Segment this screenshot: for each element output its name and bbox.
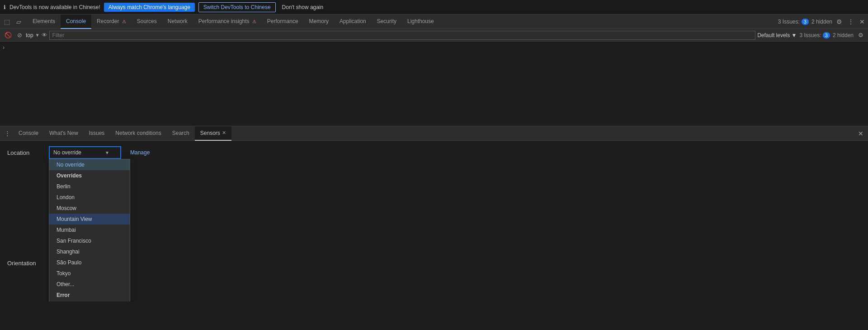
dropdown-item-mumbai[interactable]: Mumbai: [49, 225, 130, 235]
filter-button[interactable]: ⊘: [15, 31, 24, 39]
close-drawer-button[interactable]: ✕: [855, 129, 866, 139]
tab-network[interactable]: Network: [162, 14, 193, 29]
dropdown-item-sao-paulo[interactable]: São Paulo: [49, 257, 130, 268]
drawer-tab-search[interactable]: Search: [167, 126, 195, 141]
drawer-menu-icon[interactable]: ⋮: [2, 129, 13, 138]
drawer-tab-network-conditions[interactable]: Network conditions: [110, 126, 166, 141]
drawer-tab-console[interactable]: Console: [13, 126, 44, 141]
hidden-count: 2 hidden: [811, 19, 832, 25]
sensors-panel: Location No override ▼ No override Overr…: [0, 141, 868, 301]
bottom-drawer: ⋮ Console What's New Issues Network cond…: [0, 126, 868, 301]
tab-security[interactable]: Security: [372, 14, 402, 29]
dropdown-item-london[interactable]: London: [49, 192, 130, 203]
clear-console-button[interactable]: 🚫: [3, 31, 14, 39]
dropdown-overrides-header: Overrides: [49, 170, 130, 181]
dropdown-item-other[interactable]: Other...: [49, 279, 130, 290]
drawer-tab-whats-new[interactable]: What's New: [44, 126, 84, 141]
tab-lighthouse[interactable]: Lighthouse: [402, 14, 439, 29]
dropdown-item-berlin[interactable]: Berlin: [49, 181, 130, 192]
dropdown-item-mountain-view[interactable]: Mountain View: [49, 214, 130, 225]
dropdown-arrow-icon: ▼: [105, 150, 109, 155]
tab-sources[interactable]: Sources: [132, 14, 162, 29]
dropdown-error-header: Error: [49, 290, 130, 301]
notification-icon: ℹ: [4, 4, 6, 10]
issues-area: 3 Issues: 3: [778, 19, 809, 25]
tab-memory[interactable]: Memory: [304, 14, 334, 29]
dropdown-item-moscow[interactable]: Moscow: [49, 203, 130, 214]
switch-devtools-button[interactable]: Switch DevTools to Chinese: [198, 2, 276, 12]
more-tabs-button[interactable]: ⋮: [846, 17, 855, 27]
location-select-container: No override ▼ No override Overrides Berl…: [49, 146, 121, 159]
issues-count-display: 3 Issues: 3: [799, 32, 830, 38]
hidden-display: 2 hidden: [833, 32, 854, 38]
dropdown-item-san-francisco[interactable]: San Francisco: [49, 235, 130, 246]
tab-right-area: 3 Issues: 3 2 hidden ⚙ ⋮ ✕: [778, 17, 866, 27]
drawer-tab-sensors[interactable]: Sensors ✕: [195, 126, 231, 141]
manage-button[interactable]: Manage: [127, 148, 153, 158]
top-label: top: [26, 32, 33, 38]
main-tab-bar: ⬚ ▱ Elements Console Recorder ⚠ Sources …: [0, 14, 868, 29]
dropdown-item-no-override[interactable]: No override: [49, 159, 130, 170]
expand-console-button[interactable]: ›: [1, 43, 6, 53]
notification-bar: ℹ DevTools is now available in Chinese! …: [0, 0, 868, 14]
drawer-tab-issues[interactable]: Issues: [84, 126, 110, 141]
location-label: Location: [7, 149, 43, 156]
tab-recorder[interactable]: Recorder ⚠: [91, 14, 132, 29]
location-select-button[interactable]: No override ▼: [49, 146, 121, 159]
location-row: Location No override ▼ No override Overr…: [7, 146, 861, 159]
default-levels-button[interactable]: Default levels ▼: [757, 32, 797, 38]
tab-bar-icons: ⬚ ▱: [2, 17, 24, 27]
dropdown-item-tokyo[interactable]: Tokyo: [49, 268, 130, 279]
notification-text: DevTools is now available in Chinese!: [9, 4, 100, 10]
eye-icon: 👁: [42, 32, 47, 38]
device-toolbar-icon[interactable]: ▱: [14, 17, 24, 27]
tab-performance[interactable]: Performance: [262, 14, 304, 29]
top-arrow: ▼: [35, 33, 40, 38]
dropdown-item-location-unavailable[interactable]: Location unavailable: [49, 301, 130, 301]
dropdown-item-shanghai[interactable]: Shanghai: [49, 246, 130, 257]
orientation-row: Orientation: [7, 231, 861, 295]
inspect-icon[interactable]: ⬚: [2, 17, 12, 27]
issues-badge: 3: [802, 19, 809, 25]
console-toolbar: 🚫 ⊘ top ▼ 👁 Default levels ▼ 3 Issues: 3…: [0, 29, 868, 42]
always-match-button[interactable]: Always match Chrome's language: [104, 3, 195, 12]
console-settings-button[interactable]: ⚙: [856, 31, 865, 39]
location-value: No override: [53, 149, 81, 156]
tab-application[interactable]: Application: [334, 14, 372, 29]
tab-console[interactable]: Console: [61, 14, 91, 29]
location-dropdown: No override Overrides Berlin London Mosc…: [49, 159, 130, 301]
tab-performance-insights[interactable]: Performance insights ⚠: [193, 14, 262, 29]
default-levels-area: Default levels ▼ 3 Issues: 3 2 hidden ⚙: [757, 31, 865, 39]
dont-show-button[interactable]: Don't show again: [279, 3, 326, 12]
filter-input[interactable]: [49, 31, 756, 40]
drawer-tab-bar: ⋮ Console What's New Issues Network cond…: [0, 126, 868, 141]
close-devtools-button[interactable]: ✕: [858, 17, 866, 27]
settings-tab-button[interactable]: ⚙: [835, 17, 844, 27]
close-sensors-tab-icon[interactable]: ✕: [222, 130, 226, 136]
tab-elements[interactable]: Elements: [27, 14, 61, 29]
orientation-label: Orientation: [7, 260, 43, 267]
issues-label: 3 Issues:: [778, 19, 800, 25]
main-area: › ⋮ Console What's New Issues Network co…: [0, 42, 868, 301]
